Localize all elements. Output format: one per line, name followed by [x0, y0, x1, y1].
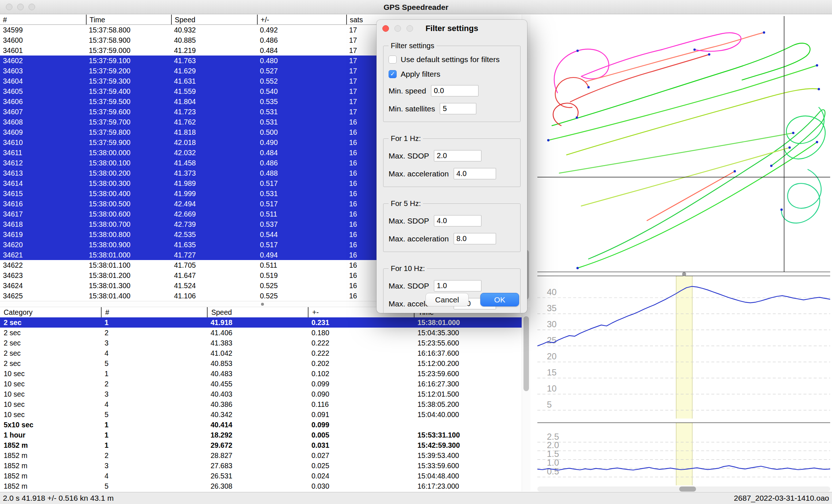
result-row[interactable]: 2 sec540.8530.20215:12:00.200: [0, 358, 522, 369]
gps-track-plot[interactable]: [537, 16, 830, 272]
max-accel-1hz-input[interactable]: [454, 168, 496, 179]
max-accel-5hz-row: Max. acceleration: [389, 233, 515, 244]
result-row[interactable]: 5x10 sec140.4140.099: [0, 420, 522, 430]
group-legend: For 1 Hz:: [389, 134, 423, 143]
window-titlebar: GPS Speedreader: [0, 0, 832, 14]
y-tick-label: 30: [547, 319, 557, 329]
max-sdop-1hz-input[interactable]: [434, 150, 481, 161]
result-row[interactable]: 1852 m129.6720.03115:42:59.300: [0, 440, 522, 450]
track-marker: [708, 53, 710, 56]
track-marker: [547, 139, 549, 141]
y-tick-label: 20: [547, 351, 557, 361]
dialog-minimize-button: [394, 25, 401, 32]
track-marker: [788, 146, 791, 149]
min-satellites-input[interactable]: [440, 103, 476, 114]
result-row[interactable]: 2 sec341.3830.22215:23:55.600: [0, 338, 522, 348]
result-row[interactable]: 1852 m327.6830.02515:33:59.600: [0, 461, 522, 471]
selection-band: [676, 423, 692, 485]
results-table-scrollbar[interactable]: [522, 307, 530, 491]
max-sdop-label: Max. SDOP: [389, 152, 429, 160]
result-row[interactable]: 10 sec140.4830.10215:23:59.600: [0, 369, 522, 379]
track-path: [548, 65, 817, 140]
result-row[interactable]: 10 sec240.4550.09916:16:27.300: [0, 379, 522, 389]
col-header-index[interactable]: #: [0, 15, 86, 24]
track-marker: [792, 132, 794, 134]
cancel-button[interactable]: Cancel: [426, 293, 469, 306]
result-row[interactable]: 1852 m426.5310.02415:04:48.400: [0, 471, 522, 481]
track-path: [553, 103, 578, 126]
track-marker: [693, 49, 696, 51]
max-accel-5hz-input[interactable]: [454, 233, 496, 244]
max-accel-label: Max. acceleration: [389, 234, 449, 243]
y-tick-label: 5: [547, 400, 552, 409]
for-5hz-group: For 5 Hz: Max. SDOP Max. acceleration: [383, 199, 521, 252]
results-table-body: 2 sec141.9180.23115:38:01.0002 sec241.40…: [0, 317, 522, 491]
result-row[interactable]: 2 sec141.9180.23115:38:01.000: [0, 317, 522, 328]
max-sdop-label: Max. SDOP: [389, 282, 429, 290]
col-header-speed[interactable]: Speed: [207, 307, 308, 317]
track-marker: [576, 117, 578, 119]
track-marker: [818, 88, 820, 90]
track-marker: [770, 165, 772, 167]
y-tick-label: 10: [547, 383, 557, 393]
track-marker: [734, 170, 736, 172]
result-row[interactable]: 1852 m228.8270.02715:39:53.400: [0, 450, 522, 461]
result-row[interactable]: 1852 m526.3080.03016:17:23.000: [0, 481, 522, 491]
track-marker: [763, 31, 765, 34]
track-path: [589, 110, 825, 259]
col-header-speed[interactable]: Speed: [171, 15, 257, 24]
use-defaults-checkbox[interactable]: ✓: [389, 56, 397, 64]
apply-filters-label: Apply filters: [401, 70, 440, 79]
dialog-titlebar: Filter settings: [377, 20, 527, 37]
y-tick-label: 0.5: [547, 466, 559, 476]
dialog-close-button[interactable]: [382, 25, 389, 32]
dialog-buttons: Cancel OK: [426, 293, 519, 306]
status-filename: 2687_2022-03-31-1410.oao: [734, 494, 829, 503]
result-row[interactable]: 10 sec340.4030.09015:12:01.500: [0, 389, 522, 399]
filter-settings-dialog: Filter settings Filter settings ✓ Use de…: [377, 20, 527, 313]
track-path: [585, 33, 764, 82]
speed-chart[interactable]: 403530252015105: [537, 276, 830, 419]
col-header-plusminus[interactable]: +/-: [257, 15, 346, 24]
max-accel-label: Max. acceleration: [389, 169, 449, 178]
dialog-zoom-button: [406, 25, 413, 32]
use-defaults-label: Use default settings for filters: [401, 55, 500, 64]
max-sdop-5hz-input[interactable]: [434, 215, 481, 226]
track-path: [567, 89, 819, 155]
result-row[interactable]: 10 sec540.3420.09115:04:40.000: [0, 409, 522, 420]
result-row[interactable]: 10 sec440.3860.11615:38:05.200: [0, 399, 522, 409]
track-marker: [587, 86, 590, 88]
min-speed-label: Min. speed: [389, 87, 426, 95]
col-header-category[interactable]: Category: [0, 307, 101, 317]
results-scrollbar-thumb[interactable]: [523, 316, 529, 391]
min-satellites-row: Min. satellites: [389, 103, 515, 114]
max-accel-1hz-row: Max. acceleration: [389, 168, 515, 179]
selection-band: [676, 276, 692, 419]
result-row[interactable]: 2 sec241.4060.18015:04:35.300: [0, 328, 522, 338]
result-row[interactable]: 1 hour118.2920.00515:53:31.100: [0, 430, 522, 440]
horizontal-scrollbar[interactable]: [537, 486, 830, 492]
group-legend: Filter settings: [389, 42, 436, 50]
apply-filters-checkbox[interactable]: ✓: [389, 70, 397, 78]
track-path: [647, 171, 735, 221]
window-title: GPS Speedreader: [0, 0, 832, 14]
track-marker: [576, 267, 579, 269]
max-sdop-label: Max. SDOP: [389, 217, 429, 225]
col-header-time[interactable]: Time: [86, 15, 171, 24]
chart-divider-handle[interactable]: [682, 272, 686, 276]
min-speed-input[interactable]: [431, 85, 479, 96]
track-path: [782, 169, 821, 223]
track-path: [559, 133, 793, 173]
horizontal-scrollbar-thumb[interactable]: [679, 486, 696, 492]
ok-button[interactable]: OK: [480, 293, 519, 306]
results-table: Category # Speed +- Time 2 sec141.9180.2…: [0, 307, 522, 491]
group-legend: For 10 Hz:: [389, 264, 427, 273]
col-header-rank[interactable]: #: [101, 307, 207, 317]
sdop-chart[interactable]: 2.52.01.51.00.5: [537, 423, 830, 485]
split-handle-icon: [261, 303, 264, 306]
result-row[interactable]: 2 sec441.0420.22216:16:37.600: [0, 348, 522, 358]
group-legend: For 5 Hz:: [389, 199, 423, 208]
min-speed-row: Min. speed: [389, 85, 515, 96]
status-selection-info: 2.0 s 41.918 +/- 0.516 kn 43.1 m: [3, 494, 114, 503]
max-sdop-10hz-input[interactable]: [434, 280, 481, 291]
